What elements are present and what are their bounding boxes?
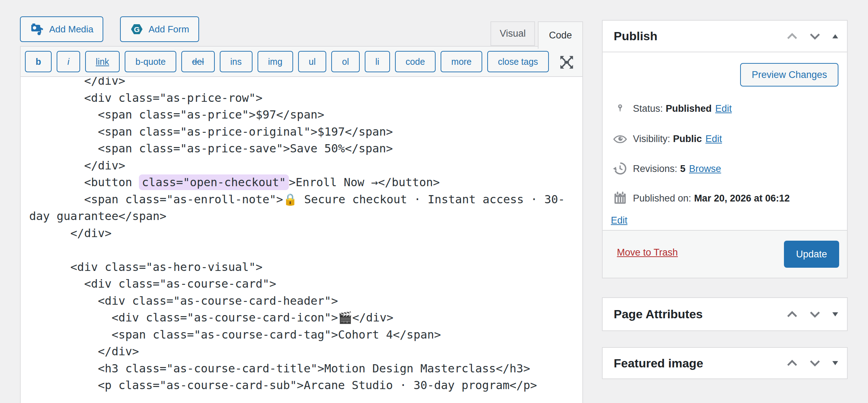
chevron-up-icon: [785, 317, 799, 323]
published-on-row: Published on:Mar 20, 2026 at 06:12Edit: [611, 189, 839, 229]
featured-image-panel: Featured image: [602, 347, 848, 379]
fullscreen-expand-icon: [558, 67, 575, 72]
gravity-forms-icon: G: [130, 22, 144, 36]
quicktag-italic-button[interactable]: i: [57, 51, 80, 72]
published-on-label: Published on:: [633, 193, 691, 204]
quicktag-code-button[interactable]: code: [395, 51, 436, 72]
publish-panel-header: Publish: [603, 21, 847, 52]
move-to-trash-link[interactable]: Move to Trash: [617, 247, 678, 258]
chevron-down-icon: [808, 39, 822, 45]
publish-panel: Publish Preview Changes: [602, 20, 848, 278]
quicktag-bold-button[interactable]: b: [25, 51, 52, 72]
code-segment-after: >Enroll Now →</button> <span class="as-e…: [29, 176, 565, 392]
revisions-row: Revisions:5Browse: [611, 160, 839, 182]
featured-image-move-up-button[interactable]: [785, 356, 799, 370]
chevron-up-icon: [785, 366, 799, 371]
chevron-down-icon: [808, 317, 822, 323]
code-content: </div> <div class="as-price-row"> <span …: [29, 77, 575, 394]
quicktag-blockquote-button[interactable]: b-quote: [125, 51, 176, 72]
page-attributes-move-down-button[interactable]: [808, 307, 822, 321]
tab-code-label: Code: [549, 30, 572, 41]
quicktag-more-button[interactable]: more: [441, 51, 482, 72]
add-form-label: Add Form: [149, 24, 189, 35]
status-row: Status:PublishedEdit: [611, 100, 839, 122]
add-media-label: Add Media: [49, 24, 93, 35]
page-attributes-move-up-button[interactable]: [785, 307, 799, 321]
quicktag-del-button[interactable]: del: [181, 51, 214, 72]
visibility-row: Visibility:PublicEdit: [611, 130, 839, 152]
featured-image-move-down-button[interactable]: [808, 356, 822, 370]
triangle-down-icon: [831, 363, 840, 369]
preview-changes-label: Preview Changes: [752, 69, 827, 80]
quicktag-ol-button[interactable]: ol: [331, 51, 359, 72]
visibility-label: Visibility:: [633, 134, 670, 144]
published-on-edit-link[interactable]: Edit: [611, 215, 628, 226]
revisions-label: Revisions:: [633, 163, 677, 174]
quicktag-img-button[interactable]: img: [258, 51, 293, 72]
featured-image-toggle-button[interactable]: [831, 358, 840, 368]
chevron-down-icon: [808, 366, 822, 371]
code-highlighted-text: class="open-checkout": [139, 174, 289, 190]
quicktag-link-button[interactable]: link: [85, 51, 120, 72]
add-form-button[interactable]: G Add Form: [120, 16, 199, 42]
publish-footer: Move to Trash Update: [603, 230, 847, 278]
chevron-up-icon: [785, 39, 799, 45]
publish-move-down-button[interactable]: [808, 29, 822, 43]
triangle-up-icon: [831, 37, 840, 42]
publish-panel-title: Publish: [614, 29, 658, 43]
eye-visibility-icon: [611, 132, 629, 152]
publish-move-up-button[interactable]: [785, 29, 799, 43]
quicktag-ul-button[interactable]: ul: [298, 51, 326, 72]
tab-code[interactable]: Code: [538, 21, 583, 49]
page-attributes-title: Page Attributes: [614, 307, 703, 321]
revisions-browse-link[interactable]: Browse: [689, 163, 721, 174]
visibility-edit-link[interactable]: Edit: [706, 134, 722, 144]
publish-toggle-button[interactable]: [831, 32, 840, 41]
page-attributes-toggle-button[interactable]: [831, 310, 840, 319]
quicktag-ins-button[interactable]: ins: [220, 51, 253, 72]
revisions-clock-icon: [611, 161, 629, 182]
calendar-icon: [611, 189, 629, 211]
svg-text:G: G: [134, 25, 140, 33]
revisions-value: 5: [680, 163, 686, 174]
code-segment-before: </div> <div class="as-price-row"> <span …: [29, 77, 393, 189]
page-attributes-panel: Page Attributes: [602, 297, 848, 331]
featured-image-header: Featured image: [603, 348, 847, 378]
add-media-button[interactable]: Add Media: [20, 16, 103, 42]
published-on-value: Mar 20, 2026 at 06:12: [694, 193, 790, 204]
preview-changes-button[interactable]: Preview Changes: [740, 63, 838, 87]
visibility-value: Public: [673, 134, 702, 144]
status-value: Published: [666, 103, 712, 114]
media-icon: [30, 22, 44, 36]
fullscreen-button[interactable]: [558, 54, 575, 71]
update-button[interactable]: Update: [784, 241, 839, 268]
quicktag-li-button[interactable]: li: [365, 51, 390, 72]
quicktag-close-tags-button[interactable]: close tags: [487, 51, 549, 72]
featured-image-title: Featured image: [614, 356, 703, 370]
status-edit-link[interactable]: Edit: [715, 103, 732, 114]
code-editor-textarea[interactable]: </div> <div class="as-price-row"> <span …: [20, 77, 583, 403]
page-attributes-header: Page Attributes: [603, 298, 847, 330]
tab-visual[interactable]: Visual: [490, 21, 535, 46]
status-label: Status:: [633, 103, 663, 114]
triangle-down-icon: [831, 315, 840, 320]
update-button-label: Update: [796, 249, 827, 260]
pin-status-icon: [611, 100, 629, 122]
tab-visual-label: Visual: [500, 28, 526, 39]
quicktags-toolbar: b i link b-quote del ins img ul ol li co…: [20, 46, 583, 77]
